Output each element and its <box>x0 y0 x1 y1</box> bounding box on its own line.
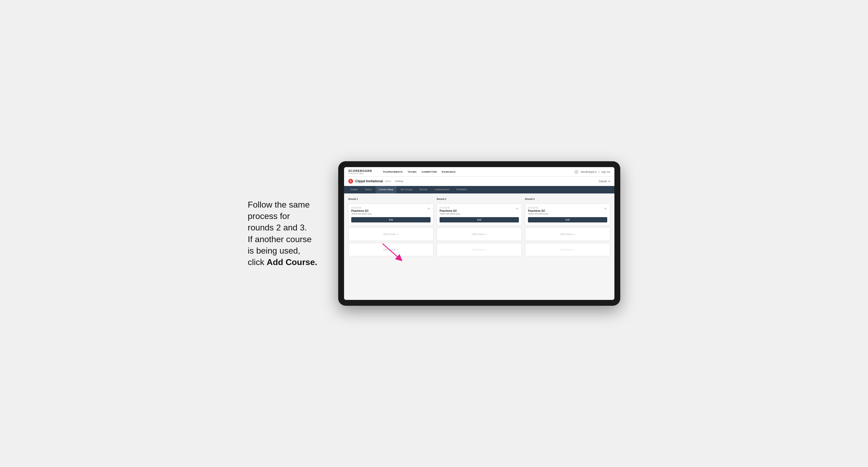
tab-bar: Details Teams Course Setup Tee Groups Re… <box>344 186 614 193</box>
logo-area: SCOREBOARD Powered by clippd <box>348 169 372 174</box>
tournament-header: C Clippd Invitational (Men) Hosting Canc… <box>344 177 614 186</box>
course-card-header-3: (Course A) Peachtree GC Yellow (M) (6629… <box>528 207 607 215</box>
nav-tournaments[interactable]: TOURNAMENTS <box>383 170 403 173</box>
add-course-label-3: Add Course <box>560 233 572 236</box>
add-course-plus-3: + <box>574 232 575 236</box>
course-name: Peachtree GC <box>351 210 372 212</box>
tablet-screen: SCOREBOARD Powered by clippd TOURNAMENTS… <box>344 167 614 300</box>
add-course-plus-3b: + <box>574 248 575 251</box>
course-card-header-2: (Course A) Peachtree GC Yellow (M) (6629… <box>440 207 519 215</box>
tab-details[interactable]: Details <box>347 186 361 193</box>
round-3-column: Round 3 (Course A) Peachtree GC Yellow (… <box>525 198 610 256</box>
course-card-header: (Course A) Peachtree GC Yellow (M) (6629… <box>351 207 431 215</box>
add-course-plus-2b: + <box>485 248 487 251</box>
round-1-column: Round 1 (Course A) Peachtree GC Yellow (… <box>348 198 433 256</box>
course-a-label: (Course A) <box>351 207 372 209</box>
tablet-frame: SCOREBOARD Powered by clippd TOURNAMENTS… <box>338 161 620 306</box>
tab-results[interactable]: Results <box>416 186 431 193</box>
cancel-x-icon: ✕ <box>608 180 610 183</box>
tournament-type: (Men) <box>385 180 392 183</box>
round-3-label: Round 3 <box>525 198 610 200</box>
round-2-label: Round 2 <box>437 198 522 200</box>
course-info-3: (Course A) Peachtree GC Yellow (M) (6629… <box>528 207 549 215</box>
round-2-add-course-button[interactable]: Add Course + <box>437 227 522 241</box>
nav-right: blair@clippd.io | Sign out <box>574 170 610 174</box>
cancel-label: Cancel <box>599 180 607 183</box>
course-name-2: Peachtree GC <box>440 210 460 212</box>
instruction-text: Follow the same process for rounds 2 and… <box>248 199 322 268</box>
round-1-add-course-button-2[interactable]: Add Course + <box>348 243 433 256</box>
round-2-edit-button[interactable]: Edit <box>440 217 519 222</box>
nav-items: TOURNAMENTS TEAMS COMMITTEE RANKINGS <box>383 170 568 173</box>
add-course-plus-2: + <box>485 232 487 236</box>
course-name-3: Peachtree GC <box>528 210 549 212</box>
rounds-grid: Round 1 (Course A) Peachtree GC Yellow (… <box>348 198 610 256</box>
round-2-course-card: (Course A) Peachtree GC Yellow (M) (6629… <box>437 204 522 225</box>
clippd-logo: C <box>348 179 353 184</box>
course-info: (Course A) Peachtree GC Yellow (M) (6629… <box>351 207 372 215</box>
instruction-bold: Add Course. <box>267 257 317 267</box>
round-1-course-card: (Course A) Peachtree GC Yellow (M) (6629… <box>348 204 433 225</box>
course-info-2: (Course A) Peachtree GC Yellow (M) (6629… <box>440 207 460 215</box>
add-course-label-2b: Add Course <box>471 248 484 251</box>
tournament-name: Clippd Invitational <box>355 179 383 183</box>
add-course-plus-1: + <box>397 232 399 236</box>
cancel-button[interactable]: Cancel ✕ <box>599 180 610 183</box>
add-course-text-2: Add Course + <box>471 232 487 236</box>
logo-powered: Powered by clippd <box>348 173 372 174</box>
course-a-label-3: (Course A) <box>528 207 549 209</box>
round-2-add-course-button-2[interactable]: Add Course + <box>437 243 522 256</box>
add-course-plus-1b: + <box>397 248 399 251</box>
delete-course-icon-3[interactable]: ⊗ <box>603 207 607 210</box>
tournament-left: C Clippd Invitational (Men) Hosting <box>348 179 403 184</box>
nav-rankings[interactable]: RANKINGS <box>442 170 456 173</box>
nav-teams[interactable]: TEAMS <box>408 170 417 173</box>
course-details-3: Yellow (M) (6629 yds) <box>528 213 549 215</box>
nav-committee[interactable]: COMMITTEE <box>422 170 437 173</box>
add-course-text-1: Add Course + <box>383 232 399 236</box>
tab-leaderboards[interactable]: Leaderboards <box>431 186 453 193</box>
add-course-text-3: Add Course + <box>560 232 575 236</box>
delete-course-icon-2[interactable]: ⊗ <box>515 207 519 210</box>
round-3-add-course-button-2[interactable]: Add Course + <box>525 243 610 256</box>
round-1-label: Round 1 <box>348 198 433 200</box>
round-2-column: Round 2 (Course A) Peachtree GC Yellow (… <box>437 198 522 256</box>
round-1-add-course-button[interactable]: Add Course + <box>348 227 433 241</box>
round-3-add-course-button[interactable]: Add Course + <box>525 227 610 241</box>
tab-printables[interactable]: Printables <box>453 186 470 193</box>
add-course-label-1: Add Course <box>383 233 396 236</box>
page-wrapper: Follow the same process for rounds 2 and… <box>248 161 620 306</box>
round-3-course-card: (Course A) Peachtree GC Yellow (M) (6629… <box>525 204 610 225</box>
add-course-label-3b: Add Course <box>560 248 572 251</box>
add-course-text-2b: Add Course + <box>471 248 487 251</box>
add-course-text-1b: Add Course + <box>383 248 399 251</box>
add-course-label-2: Add Course <box>471 233 484 236</box>
round-3-edit-button[interactable]: Edit <box>528 217 607 222</box>
tab-course-setup[interactable]: Course Setup <box>375 186 397 193</box>
tab-teams[interactable]: Teams <box>362 186 375 193</box>
hosting-badge: Hosting <box>395 180 403 183</box>
course-details-2: Yellow (M) (6629 yds) <box>440 213 460 215</box>
user-email: blair@clippd.io <box>581 170 596 173</box>
course-details: Yellow (M) (6629 yds) <box>351 213 372 215</box>
user-avatar <box>574 170 579 174</box>
add-course-label-1b: Add Course <box>383 248 396 251</box>
top-nav: SCOREBOARD Powered by clippd TOURNAMENTS… <box>344 167 614 177</box>
round-1-edit-button[interactable]: Edit <box>351 217 431 222</box>
content-area: Round 1 (Course A) Peachtree GC Yellow (… <box>344 193 614 300</box>
tab-tee-groups[interactable]: Tee Groups <box>397 186 416 193</box>
logo-scoreboard: SCOREBOARD <box>348 169 372 173</box>
nav-separator: | <box>599 170 599 173</box>
delete-course-icon[interactable]: ⊗ <box>427 207 431 210</box>
add-course-text-3b: Add Course + <box>560 248 575 251</box>
sign-out-link[interactable]: Sign out <box>601 170 610 173</box>
course-a-label-2: (Course A) <box>440 207 460 209</box>
